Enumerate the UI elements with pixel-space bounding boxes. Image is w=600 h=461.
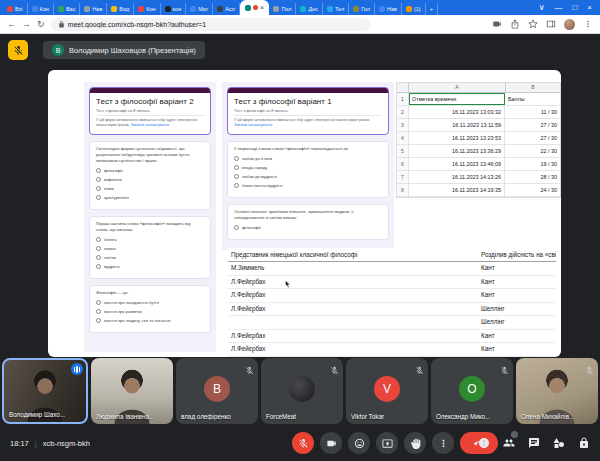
browser-tab[interactable]: Пол — [269, 3, 296, 15]
radio-button-icon[interactable] — [96, 318, 101, 323]
browser-tab[interactable]: Гол — [349, 3, 375, 15]
browser-tab[interactable]: Дес — [296, 3, 323, 15]
answer-option[interactable]: філософія — [234, 225, 382, 230]
browser-tab[interactable]: Вид — [107, 3, 134, 15]
sheet-row[interactable]: 316.11.2023 13:11:5927 / 30 — [397, 119, 560, 132]
close-icon[interactable]: × — [587, 4, 592, 12]
side-panel-icon[interactable] — [546, 19, 556, 29]
participant-tile[interactable]: Ввлад олефіренко — [176, 358, 258, 424]
sheet-row[interactable]: 1Отметка времениБаллы — [397, 93, 560, 106]
cell-score[interactable]: 24 / 30 — [505, 184, 560, 196]
new-tab-button[interactable]: + — [426, 3, 438, 15]
table-row[interactable]: Л.ФейєрбахКант — [228, 289, 556, 303]
bookmark-star-icon[interactable] — [528, 19, 538, 29]
answer-option[interactable]: етика — [96, 186, 204, 191]
cell-timestamp[interactable]: 16.11.2023 13:46:09 — [409, 158, 505, 170]
answer-option[interactable]: філософія — [96, 168, 204, 173]
forward-button[interactable]: → — [22, 20, 31, 29]
meeting-details-button[interactable] — [478, 437, 490, 449]
tab-camera-icon[interactable] — [492, 19, 502, 29]
radio-button-icon[interactable] — [96, 264, 101, 269]
tab-active-meet[interactable]: × — [240, 0, 270, 15]
participant-tile[interactable]: Володимир Шахо... — [2, 358, 88, 424]
answer-option[interactable]: любов — [96, 255, 204, 260]
answer-option[interactable]: повага — [96, 246, 204, 251]
mic-button[interactable] — [292, 432, 314, 454]
profile-avatar[interactable] — [564, 19, 575, 30]
browser-tab[interactable]: Кон — [134, 3, 160, 15]
radio-button-icon[interactable] — [96, 309, 101, 314]
maximize-icon[interactable]: □ — [572, 4, 577, 12]
participant-tile[interactable]: VViktor Tokar — [346, 358, 428, 424]
participant-tile[interactable]: Олена Михайлів... — [516, 358, 598, 424]
sheet-row[interactable]: 816.11.2023 14:19:3524 / 30 — [397, 184, 560, 197]
table-row[interactable]: М.ЗиммельКант — [228, 262, 556, 276]
cell-score[interactable]: Баллы — [505, 93, 560, 105]
cell-score[interactable]: 28 / 30 — [505, 171, 560, 183]
sheet-row[interactable]: 616.11.2023 13:46:0919 / 30 — [397, 158, 560, 171]
answer-option[interactable]: мудрість — [96, 264, 204, 269]
cell-timestamp[interactable]: 16.11.2023 13:23:53 — [409, 132, 505, 144]
radio-button-icon[interactable] — [96, 246, 101, 251]
browser-tab[interactable]: Нав — [80, 3, 107, 15]
share-icon[interactable] — [510, 19, 520, 29]
radio-button-icon[interactable] — [96, 168, 101, 173]
participant-tile[interactable]: Людмила Іванівна... — [91, 358, 173, 424]
form-settings-link[interactable]: Змінити налаштування — [234, 123, 272, 127]
cell-score[interactable]: 11 / 30 — [505, 106, 560, 118]
sheet-row[interactable]: 716.11.2023 14:13:2628 / 30 — [397, 171, 560, 184]
radio-button-icon[interactable] — [234, 156, 239, 161]
cell-score[interactable]: 27 / 30 — [505, 132, 560, 144]
reactions-button[interactable] — [348, 432, 370, 454]
radio-button-icon[interactable] — [96, 177, 101, 182]
browser-tab[interactable]: Асп — [213, 3, 239, 15]
radio-button-icon[interactable] — [234, 165, 239, 170]
presenter-banner[interactable]: В Володимир Шаховцов (Презентація) — [43, 41, 205, 59]
browser-tab[interactable]: кон — [161, 3, 187, 15]
answer-option[interactable]: боязнь — [96, 237, 204, 242]
cell-score[interactable]: 22 / 30 — [505, 145, 560, 157]
radio-button-icon[interactable] — [96, 195, 101, 200]
radio-button-icon[interactable] — [234, 183, 239, 188]
presentation-mic-muted-indicator[interactable] — [8, 40, 28, 60]
radio-button-icon[interactable] — [96, 186, 101, 191]
answer-option[interactable]: вчення про розвиток — [96, 309, 204, 314]
answer-option[interactable]: культурологія — [96, 195, 204, 200]
browser-tab[interactable]: Тел — [323, 3, 349, 15]
browser-tab[interactable]: Нав — [375, 3, 402, 15]
table-row[interactable]: Л.ФейєрбахКант — [228, 343, 556, 357]
answer-option[interactable]: вчення про походження буття — [96, 300, 204, 305]
browser-tab[interactable]: Вас — [54, 3, 80, 15]
participant-tile[interactable]: ForceMeat — [261, 358, 343, 424]
browser-tab[interactable]: Кон — [28, 3, 54, 15]
radio-button-icon[interactable] — [96, 300, 101, 305]
tab-close-icon[interactable]: × — [260, 4, 265, 12]
back-button[interactable]: ← — [7, 20, 16, 29]
minimize-icon[interactable]: — — [554, 4, 562, 12]
chevron-down-icon[interactable]: ∨ — [539, 4, 545, 12]
answer-option[interactable]: міфологія — [96, 177, 204, 182]
present-screen-button[interactable] — [376, 432, 398, 454]
cell-score[interactable]: 27 / 30 — [505, 119, 560, 131]
table-row[interactable]: Л.ФейєрбахКант — [228, 330, 556, 344]
sheet-row[interactable]: 416.11.2023 13:23:5327 / 30 — [397, 132, 560, 145]
table-row[interactable]: Л.ФейєрбахШеллінг — [228, 303, 556, 317]
cell-timestamp[interactable]: Отметка времени — [409, 93, 505, 105]
browser-tab[interactable]: (1) — [402, 3, 426, 15]
form-settings-link[interactable]: Змінити налаштування — [131, 123, 169, 127]
participant-tile[interactable]: ООлександр Мико... — [431, 358, 513, 424]
participants-button[interactable] — [503, 437, 515, 449]
radio-button-icon[interactable] — [234, 174, 239, 179]
reload-button[interactable]: ↻ — [37, 20, 45, 29]
sheet-column-b[interactable]: B — [506, 83, 560, 92]
cell-timestamp[interactable]: 16.11.2023 13:03:32 — [409, 106, 505, 118]
table-row[interactable]: Л.ФейєрбахКант — [228, 276, 556, 290]
radio-button-icon[interactable] — [234, 225, 239, 230]
sheet-row[interactable]: 516.11.2023 13:36:2922 / 30 — [397, 145, 560, 158]
raise-hand-button[interactable] — [404, 432, 426, 454]
cell-timestamp[interactable]: 16.11.2023 14:19:35 — [409, 184, 505, 196]
cell-timestamp[interactable]: 16.11.2023 13:11:59 — [409, 119, 505, 131]
browser-tab[interactable]: Вхі — [3, 3, 28, 15]
answer-option[interactable]: любов до мудрості — [234, 174, 382, 179]
host-controls-button[interactable] — [578, 437, 590, 449]
